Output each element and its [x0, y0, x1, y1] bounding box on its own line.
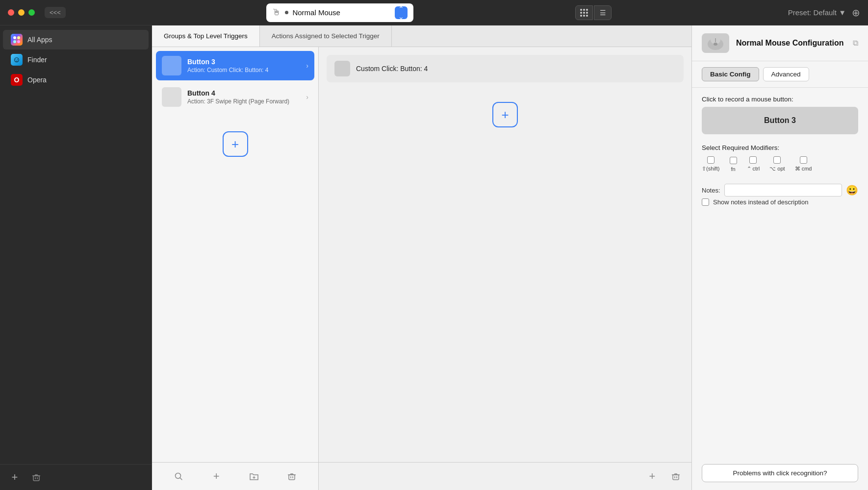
triggers-panel: Button 3 Action: Custom Click: Button: 4… [152, 47, 319, 490]
modifier-cmd-label: ⌘ cmd [795, 166, 812, 172]
finder-icon: ☺ [11, 54, 23, 66]
modifier-cmd: ⌘ cmd [795, 156, 812, 172]
tab-actions[interactable]: Actions Assigned to Selected Trigger [260, 25, 392, 47]
trigger-chevron-button3: › [306, 62, 308, 70]
sidebar-item-label-opera: Opera [27, 76, 47, 84]
record-mouse-button[interactable]: Button 3 [702, 107, 858, 134]
modifier-ctrl-label: ⌃ ctrl [747, 166, 760, 172]
device-status-dot [285, 11, 288, 14]
modifiers-label: Select Required Modifiers: [702, 144, 858, 151]
config-mouse-icon [702, 33, 729, 53]
modifier-ctrl-checkbox[interactable] [749, 156, 757, 164]
main-tabs: Groups & Top Level Triggers Actions Assi… [152, 25, 691, 47]
sidebar-item-finder[interactable]: ☺ Finder [3, 50, 149, 70]
delete-action-button[interactable] [668, 468, 684, 484]
svg-point-0 [13, 36, 16, 39]
modifier-fn-checkbox[interactable] [730, 157, 737, 164]
modifier-fn: fn [730, 157, 737, 172]
delete-app-button[interactable] [29, 470, 43, 484]
preset-more-button[interactable]: ⊕ [852, 7, 860, 19]
modifier-opt-label: ⌥ opt [769, 166, 785, 172]
action-label-custom-click: Custom Click: Button: 4 [356, 65, 676, 73]
preset-area: Preset: Default ▼ ⊕ [788, 7, 860, 19]
trigger-info-button4: Button 4 Action: 3F Swipe Right (Page Fo… [187, 89, 300, 105]
folder-trigger-button[interactable] [246, 468, 262, 484]
modifier-shift: ⇧(shift) [702, 156, 720, 172]
add-trigger-button[interactable]: + [223, 131, 248, 157]
svg-rect-4 [33, 476, 39, 481]
show-notes-row: Show notes instead of description [702, 198, 858, 206]
titlebar: <<< 🖱 Normal Mouse ⌃⌄ ☰ Preset: Default … [0, 0, 868, 25]
svg-rect-12 [289, 475, 295, 480]
record-section-label: Click to record a mouse button: [702, 96, 858, 103]
svg-line-9 [180, 478, 182, 480]
svg-point-8 [176, 473, 181, 479]
trigger-info-button3: Button 3 Action: Custom Click: Button: 4 [187, 58, 300, 74]
close-button[interactable] [8, 9, 14, 16]
sidebar: All Apps ☺ Finder O Opera + [0, 25, 152, 490]
add-app-button[interactable]: + [8, 470, 22, 484]
config-tab-advanced[interactable]: Advanced [763, 67, 809, 81]
trigger-list: Button 3 Action: Custom Click: Button: 4… [152, 47, 318, 462]
sidebar-item-label-finder: Finder [27, 56, 47, 64]
action-icon-custom-click [334, 61, 350, 76]
config-panel: Normal Mouse Configuration ⧉ Basic Confi… [691, 25, 868, 490]
problems-button[interactable]: Problems with click recognition? [702, 464, 858, 482]
add-action-button[interactable]: + [492, 102, 518, 127]
svg-point-3 [17, 40, 20, 43]
modifier-ctrl: ⌃ ctrl [747, 156, 760, 172]
panel-right-footer: + [319, 462, 691, 490]
device-selector: 🖱 Normal Mouse ⌃⌄ [266, 3, 413, 22]
tab-triggers[interactable]: Groups & Top Level Triggers [152, 25, 260, 47]
notes-section: Notes: 😀 Show notes instead of descripti… [702, 180, 858, 206]
trigger-subtitle-button3: Action: Custom Click: Button: 4 [187, 67, 300, 74]
grid-view-button[interactable] [575, 5, 593, 20]
opera-icon: O [11, 74, 23, 86]
show-notes-checkbox[interactable] [702, 198, 709, 206]
config-header: Normal Mouse Configuration ⧉ [692, 25, 868, 61]
sidebar-item-all-apps[interactable]: All Apps [3, 30, 149, 49]
config-title: Normal Mouse Configuration [736, 38, 844, 49]
show-notes-label: Show notes instead of description [713, 198, 808, 206]
modifiers-section: Select Required Modifiers: ⇧(shift) fn ⌃… [702, 144, 858, 172]
search-trigger-button[interactable] [171, 468, 186, 484]
modifier-cmd-checkbox[interactable] [800, 156, 807, 164]
trigger-item-button3[interactable]: Button 3 Action: Custom Click: Button: 4… [156, 51, 314, 80]
svg-point-1 [17, 36, 20, 39]
action-item-custom-click[interactable]: Custom Click: Button: 4 [327, 55, 684, 82]
view-toggle-group: ☰ [575, 5, 612, 20]
notes-input[interactable] [724, 184, 842, 196]
device-chevron-button[interactable]: ⌃⌄ [395, 6, 408, 19]
notes-label: Notes: [702, 187, 720, 194]
svg-point-2 [13, 40, 16, 43]
config-tabs: Basic Config Advanced [692, 61, 868, 88]
trigger-chevron-button4: › [306, 93, 308, 101]
main-area: All Apps ☺ Finder O Opera + [0, 25, 868, 490]
trigger-subtitle-button4: Action: 3F Swipe Right (Page Forward) [187, 98, 300, 105]
add-action-footer-button[interactable]: + [644, 468, 660, 484]
config-window-icon[interactable]: ⧉ [853, 39, 858, 48]
modifier-fn-label: fn [731, 166, 735, 172]
trigger-icon-button3 [162, 56, 181, 75]
all-apps-icon [11, 34, 23, 46]
panels: Button 3 Action: Custom Click: Button: 4… [152, 47, 691, 490]
content-area: Groups & Top Level Triggers Actions Assi… [152, 25, 691, 490]
sidebar-list: All Apps ☺ Finder O Opera [0, 25, 152, 464]
trigger-icon-button4 [162, 87, 181, 107]
modifier-shift-checkbox[interactable] [707, 156, 715, 164]
sidebar-item-opera[interactable]: O Opera [3, 70, 149, 90]
add-trigger-footer-button[interactable]: + [208, 468, 224, 484]
record-section: Click to record a mouse button: Button 3 [702, 96, 858, 134]
modifier-opt-checkbox[interactable] [773, 156, 781, 164]
actions-panel: Custom Click: Button: 4 + + [319, 47, 691, 490]
list-view-button[interactable]: ☰ [594, 5, 612, 20]
maximize-button[interactable] [28, 9, 35, 16]
minimize-button[interactable] [18, 9, 25, 16]
delete-trigger-button[interactable] [284, 468, 300, 484]
config-tab-basic[interactable]: Basic Config [702, 67, 759, 81]
panel-left-footer: + [152, 462, 318, 490]
traffic-lights [8, 9, 35, 16]
notes-emoji: 😀 [846, 184, 858, 196]
back-button[interactable]: <<< [45, 7, 66, 18]
trigger-item-button4[interactable]: Button 4 Action: 3F Swipe Right (Page Fo… [156, 82, 314, 112]
